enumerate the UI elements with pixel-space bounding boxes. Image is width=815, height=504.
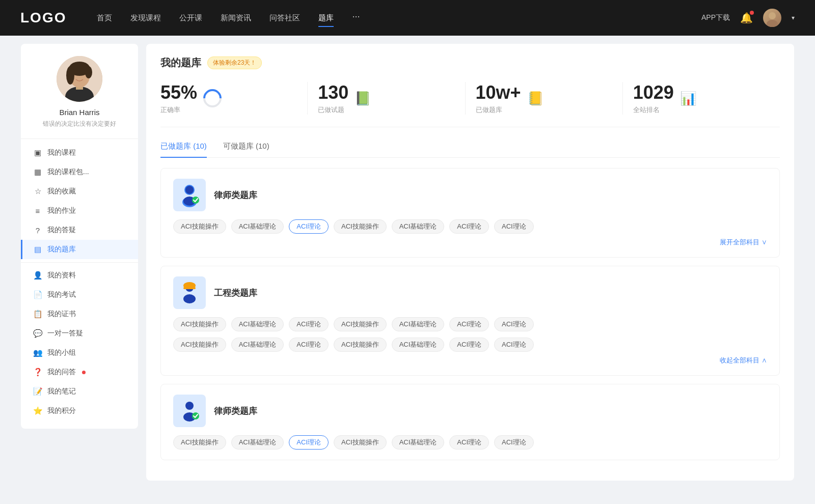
- stat-number-done: 130 已做试题: [318, 82, 348, 115]
- tab-available-banks[interactable]: 可做题库 (10): [223, 142, 269, 157]
- sidebar-item-label: 我的课程: [47, 148, 76, 157]
- bank-card-title-2: 工程类题库: [214, 287, 257, 299]
- tags-row-1: ACI技能操作 ACI基础理论 ACI理论 ACI技能操作 ACI基础理论 AC…: [173, 219, 767, 234]
- avatar-image: [763, 9, 781, 27]
- notification-bell[interactable]: 🔔: [740, 12, 753, 24]
- sidebar-item-questions[interactable]: ? 我的答疑: [21, 220, 138, 240]
- tag-active-3[interactable]: ACI理论: [289, 435, 329, 450]
- sidebar-item-label: 我的笔记: [47, 387, 76, 396]
- tag[interactable]: ACI基础理论: [392, 219, 445, 234]
- stat-number-accuracy: 55% 正确率: [160, 82, 197, 115]
- sidebar-item-points[interactable]: ⭐ 我的积分: [21, 401, 138, 421]
- main-layout: Brian Harris 错误的决定比没有决定要好 ▣ 我的课程 ▦ 我的课程包…: [13, 36, 802, 489]
- profile-icon: 👤: [33, 271, 42, 280]
- sidebar-divider: [21, 262, 138, 263]
- collapse-link-2[interactable]: 收起全部科目 ∧: [173, 356, 767, 365]
- tag[interactable]: ACI理论: [494, 317, 534, 331]
- homework-icon: ≡: [33, 207, 42, 215]
- nav-news[interactable]: 新闻资讯: [221, 11, 251, 25]
- sidebar-item-label: 我的收藏: [47, 187, 76, 196]
- tag[interactable]: ACI技能操作: [334, 338, 387, 352]
- tag[interactable]: ACI基础理论: [231, 219, 284, 234]
- tag[interactable]: ACI技能操作: [334, 435, 387, 450]
- tutoring-icon: 💬: [33, 329, 42, 338]
- main-content: 我的题库 体验剩余23天！ 55% 正确率 130 已: [146, 44, 794, 481]
- cert-icon: 📋: [33, 310, 42, 319]
- sidebar-item-exam[interactable]: 📄 我的考试: [21, 285, 138, 304]
- app-download-button[interactable]: APP下载: [701, 13, 730, 22]
- tag[interactable]: ACI理论: [289, 338, 329, 352]
- notes-icon: 📝: [33, 387, 42, 396]
- question-bank-tabs: 已做题库 (10) 可做题库 (10): [160, 142, 780, 158]
- tag[interactable]: ACI基础理论: [392, 435, 445, 450]
- sidebar-item-profile[interactable]: 👤 我的资料: [21, 266, 138, 285]
- package-icon: ▦: [33, 167, 42, 177]
- expand-link-1[interactable]: 展开全部科目 ∨: [173, 238, 767, 247]
- tag[interactable]: ACI基础理论: [231, 435, 284, 450]
- sidebar-item-label: 我的作业: [47, 206, 76, 215]
- nav-qa[interactable]: 问答社区: [269, 11, 300, 25]
- sidebar-avatar: [57, 56, 102, 102]
- nav-opencourse[interactable]: 公开课: [179, 11, 202, 25]
- tag[interactable]: ACI基础理论: [392, 317, 445, 331]
- bank-card-title-1: 律师类题库: [214, 189, 257, 201]
- points-icon: ⭐: [33, 406, 42, 415]
- page-title-row: 我的题库 体验剩余23天！: [160, 56, 780, 70]
- tag[interactable]: ACI理论: [449, 219, 489, 234]
- sidebar-item-notes[interactable]: 📝 我的笔记: [21, 382, 138, 401]
- bank-icon: ▤: [33, 245, 42, 254]
- nav-questionbank[interactable]: 题库: [318, 11, 334, 25]
- user-menu-chevron[interactable]: ▾: [792, 14, 795, 21]
- nav-menu: 首页 发现课程 公开课 新闻资讯 问答社区 题库 ···: [97, 11, 701, 25]
- done-questions-icon: 📗: [355, 91, 371, 106]
- notification-badge: [750, 11, 754, 15]
- sidebar-item-homework[interactable]: ≡ 我的作业: [21, 201, 138, 220]
- tag[interactable]: ACI技能操作: [173, 435, 226, 450]
- sidebar-username: Brian Harris: [59, 108, 99, 117]
- sidebar-item-label: 我的积分: [47, 406, 76, 415]
- tag[interactable]: ACI基础理论: [231, 317, 284, 331]
- tag[interactable]: ACI技能操作: [173, 219, 226, 234]
- tab-done-banks[interactable]: 已做题库 (10): [160, 142, 207, 157]
- nav-right: APP下载 🔔 ▾: [701, 9, 795, 27]
- tag-active[interactable]: ACI理论: [289, 219, 329, 234]
- tag[interactable]: ACI理论: [289, 317, 329, 331]
- stat-accuracy: 55% 正确率: [160, 82, 308, 115]
- sidebar: Brian Harris 错误的决定比没有决定要好 ▣ 我的课程 ▦ 我的课程包…: [21, 44, 138, 429]
- stats-row: 55% 正确率 130 已做试题 📗 10w+: [160, 82, 780, 127]
- sidebar-item-course-package[interactable]: ▦ 我的课程包...: [21, 162, 138, 182]
- tag[interactable]: ACI理论: [449, 338, 489, 352]
- myqa-icon: ❓: [33, 368, 42, 377]
- tag[interactable]: ACI理论: [494, 219, 534, 234]
- tag[interactable]: ACI技能操作: [334, 219, 387, 234]
- sidebar-item-certificate[interactable]: 📋 我的证书: [21, 304, 138, 324]
- tag[interactable]: ACI技能操作: [173, 317, 226, 331]
- top-navigation: LOGO 首页 发现课程 公开课 新闻资讯 问答社区 题库 ··· APP下载 …: [0, 0, 815, 36]
- sidebar-item-label: 我的证书: [47, 310, 76, 319]
- nav-more[interactable]: ···: [352, 11, 360, 25]
- sidebar-item-favorites[interactable]: ☆ 我的收藏: [21, 182, 138, 201]
- tag[interactable]: ACI技能操作: [173, 338, 226, 352]
- tag[interactable]: ACI理论: [449, 317, 489, 331]
- sidebar-item-my-qa[interactable]: ❓ 我的问答: [21, 362, 138, 382]
- nav-home[interactable]: 首页: [97, 11, 112, 25]
- avatar[interactable]: [763, 9, 781, 27]
- tag[interactable]: ACI理论: [494, 435, 534, 450]
- nav-discover[interactable]: 发现课程: [130, 11, 161, 25]
- sidebar-item-tutoring[interactable]: 💬 一对一答疑: [21, 324, 138, 343]
- lawyer-icon: [173, 179, 206, 211]
- sidebar-item-question-bank[interactable]: ▤ 我的题库: [21, 240, 138, 259]
- bank-card-title-3: 律师类题库: [214, 405, 257, 417]
- tag[interactable]: ACI理论: [449, 435, 489, 450]
- svg-point-15: [183, 294, 196, 303]
- tag[interactable]: ACI理论: [494, 338, 534, 352]
- tag[interactable]: ACI基础理论: [392, 338, 445, 352]
- sidebar-item-group[interactable]: 👥 我的小组: [21, 343, 138, 362]
- svg-point-11: [185, 186, 194, 194]
- ranking-icon: 📊: [680, 91, 696, 106]
- logo[interactable]: LOGO: [20, 10, 66, 26]
- tag[interactable]: ACI技能操作: [334, 317, 387, 331]
- sidebar-item-my-courses[interactable]: ▣ 我的课程: [21, 143, 138, 162]
- tag[interactable]: ACI基础理论: [231, 338, 284, 352]
- svg-point-7: [66, 66, 74, 85]
